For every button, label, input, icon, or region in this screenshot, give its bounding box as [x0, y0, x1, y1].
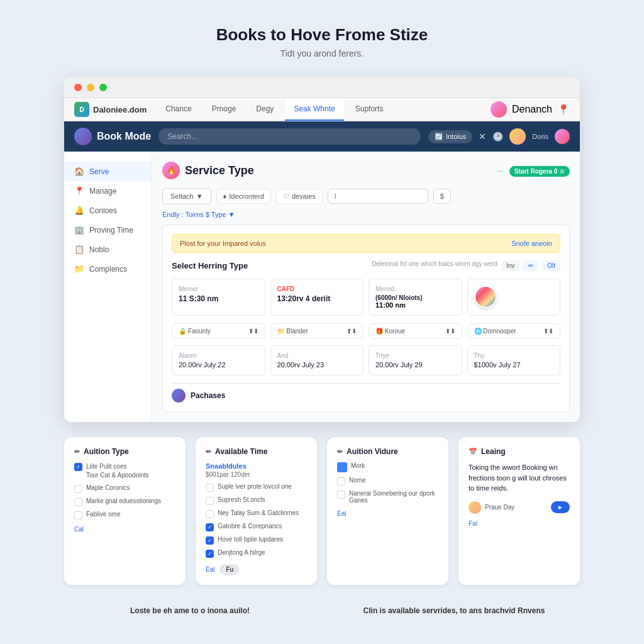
chevron-icon-2: ⬆⬇ — [347, 328, 357, 335]
header-intoius-btn[interactable]: 🔄 Intoius — [428, 130, 472, 143]
tab-supforts[interactable]: Supforts — [347, 98, 392, 121]
checkbox-1[interactable] — [74, 485, 82, 493]
time-cb-5[interactable]: ✓ Denjtong A hilrge — [206, 549, 307, 558]
sidebar-item-manage[interactable]: 📍 Manage — [64, 181, 152, 201]
service-title: 🔥 Service Type — [162, 162, 254, 179]
sidebar-item-noblo[interactable]: 📋 Noblo — [64, 240, 152, 259]
browser-chrome — [64, 77, 580, 98]
site-name: Daloniee.dom — [93, 105, 147, 114]
time-checkbox-3[interactable]: ✓ — [206, 523, 214, 531]
vidure-cb-1[interactable]: Nome — [337, 477, 438, 486]
search-input[interactable] — [158, 128, 421, 145]
chevron-icon-3: ⬆⬇ — [445, 328, 455, 335]
sidebar-item-serve[interactable]: 🏠 Serve — [64, 162, 152, 181]
auction-vidure-link[interactable]: Eal — [337, 510, 438, 517]
purchases-label: Pachases — [191, 391, 225, 400]
app-header: Book Mode 🔄 Intoius ✕ 🕐 Doris — [64, 121, 580, 152]
auction-type-title: ✏ Auition Type — [74, 447, 175, 456]
time-cb-4[interactable]: ✓ Hove toll bplie lupdares — [206, 536, 307, 545]
tab-bar: D Daloniee.dom Chance Prnoge Degy Seak W… — [64, 98, 580, 121]
filter-chip-1[interactable]: ♦ Idecronterd — [216, 189, 271, 204]
checkbox-3[interactable] — [74, 511, 82, 519]
filter-search-select[interactable]: Seltach ▼ — [162, 188, 211, 204]
available-time-link[interactable]: Eal — [206, 566, 214, 573]
time-cb-2[interactable]: Ney Talay Sum & Gatclinmes — [206, 509, 307, 518]
vidure-cb-2[interactable]: Nanerai Somebering our dpork Ganes — [337, 490, 438, 504]
tab-prnoge[interactable]: Prnoge — [203, 98, 245, 121]
available-time-footer: Eal Fu — [206, 564, 307, 575]
maximize-dot[interactable] — [99, 84, 107, 91]
header-x-btn[interactable]: ✕ — [479, 131, 486, 142]
dropdowns-row: 🔒 Faounty ⬆⬇ 📁 Blander ⬆⬇ 🎁 Koroue ⬆⬇ 🌐 … — [172, 323, 560, 339]
action-olt-btn[interactable]: Olt — [542, 260, 560, 271]
time-checkbox-5[interactable]: ✓ — [206, 550, 214, 558]
dropdown-blander[interactable]: 📁 Blander ⬆⬇ — [270, 323, 364, 339]
time-checkbox-4[interactable]: ✓ — [206, 536, 214, 545]
tab-seak-whnte[interactable]: Seak Whnte — [285, 98, 343, 121]
leasing-btn[interactable]: ► — [551, 501, 570, 513]
sidebar-item-complencs[interactable]: 📁 Complencs — [64, 259, 152, 279]
service-icon: 🔥 — [162, 162, 180, 179]
checkbox-item-0[interactable]: ✓ Liite Pulit coesTour Cat & Apoodoints — [74, 462, 175, 480]
service-card: Plost for your Impared volus Snofe aneoi… — [162, 225, 570, 412]
leasing-avatar — [469, 501, 481, 514]
auction-type-link[interactable]: Cal — [74, 526, 175, 533]
checkbox-item-2[interactable]: Marke gnal eduesstionings — [74, 497, 175, 506]
tab-chance[interactable]: Chance — [157, 98, 200, 121]
chevron-icon-4: ⬆⬇ — [543, 328, 553, 335]
vidure-cb-0[interactable]: Mork — [337, 462, 438, 472]
footer-right: Clin is available servrides, to ans brac… — [328, 605, 580, 616]
leasing-link[interactable]: Fal — [469, 520, 570, 527]
price-alaren: Alaren 20.00rv July 22 — [172, 345, 265, 375]
vidure-checkbox-2[interactable] — [337, 491, 345, 499]
close-dot[interactable] — [74, 84, 82, 91]
sidebar-item-conloes[interactable]: 🔔 Conloes — [64, 201, 152, 220]
filter-chip-2[interactable]: ♡ devaies — [276, 189, 323, 204]
header-clock-btn[interactable]: 🕐 — [492, 131, 503, 142]
header-user-name: Doris — [532, 133, 548, 140]
tab-degy[interactable]: Degy — [247, 98, 282, 121]
calendar-icon: 📅 — [469, 448, 477, 456]
browser-window: D Daloniee.dom Chance Prnoge Degy Seak W… — [64, 77, 580, 422]
service-item-cafd: CAFD 13:20rv 4 deriit — [270, 279, 364, 316]
dropdown-faounty[interactable]: 🔒 Faounty ⬆⬇ — [172, 323, 265, 339]
time-cb-1[interactable]: Supresh St.oncls — [206, 496, 307, 505]
auction-vidure-title: ✏ Auition Vidure — [337, 447, 438, 456]
dropdown-domnooper[interactable]: 🌐 Domnooper ⬆⬇ — [467, 323, 561, 339]
minimize-dot[interactable] — [87, 84, 94, 91]
checkbox-2[interactable] — [74, 498, 82, 506]
checkbox-item-3[interactable]: Fablive ome — [74, 511, 175, 519]
time-checkbox-0[interactable] — [206, 484, 214, 492]
dropdown-koroue[interactable]: 🎁 Koroue ⬆⬇ — [369, 323, 462, 339]
available-time-card: ✏ Available Time Snaabldules $001par 120… — [196, 437, 317, 585]
time-checkbox-1[interactable] — [206, 497, 214, 505]
page-subtitle: Tidt you arond ferers. — [13, 48, 631, 58]
clipboard-icon: 📋 — [74, 245, 84, 254]
auction-type-card: ✏ Auition Type ✓ Liite Pulit coesTour Ca… — [64, 437, 186, 585]
main-layout: 🏠 Serve 📍 Manage 🔔 Conloes 🏢 Proving Tim… — [64, 152, 580, 422]
entity-tag[interactable]: Endly : Toirns $ Type ▼ — [162, 211, 570, 218]
time-cb-0[interactable]: Suple iver prote lovcol one — [206, 483, 307, 492]
memid-sub: 11:00 nm — [375, 301, 455, 309]
app-avatar — [74, 128, 92, 145]
available-time-btn[interactable]: Fu — [219, 564, 240, 575]
purchases-avatar — [172, 389, 186, 402]
time-checkbox-2[interactable] — [206, 510, 214, 518]
time-cb-3[interactable]: ✓ Gatobre & Corepnancs — [206, 523, 307, 531]
checkbox-item-1[interactable]: Maple Coronics — [74, 484, 175, 493]
vidure-checkbox-1[interactable] — [337, 477, 345, 486]
nav-arrow[interactable]: ··· — [497, 167, 502, 175]
banner-link[interactable]: Snofe aneoin — [511, 240, 552, 247]
site-logo: D Daloniee.dom — [74, 102, 147, 117]
sidebar: 🏠 Serve 📍 Manage 🔔 Conloes 🏢 Proving Tim… — [64, 152, 152, 422]
logo-icon: D — [74, 102, 89, 117]
sidebar-item-proving-time[interactable]: 🏢 Proving Time — [64, 220, 152, 240]
service-item-memer: Memer 11 S:30 nm — [172, 279, 265, 316]
leasing-title: 📅 Leaing — [469, 447, 570, 456]
filter-text-input[interactable] — [328, 189, 428, 204]
content-area: 🔥 Service Type ··· Start Rogera 0 ☆ Selt… — [152, 152, 580, 422]
filter-row: Seltach ▼ ♦ Idecronterd ♡ devaies $ — [162, 188, 570, 204]
action-inv-btn[interactable]: Inv — [501, 260, 519, 271]
action-edit-btn[interactable]: ✏ — [523, 260, 538, 271]
checkbox-0[interactable]: ✓ — [74, 463, 82, 471]
